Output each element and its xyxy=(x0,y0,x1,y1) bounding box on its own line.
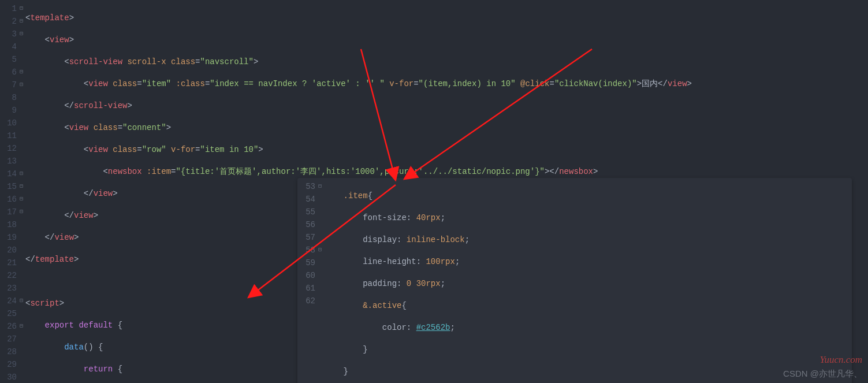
line-number: 54 xyxy=(297,193,324,206)
line-number: 14⊟ xyxy=(0,168,25,180)
code-line: <view> xyxy=(25,34,868,46)
code-line: <template> xyxy=(25,12,868,24)
code-line: </scroll-view> xyxy=(25,99,868,112)
line-gutter: 1⊟2⊟3⊟456⊟7⊟891011121314⊟15⊟16⊟17⊟181920… xyxy=(0,0,25,383)
code-line: display: inline-block; xyxy=(324,233,852,246)
line-number: 5 xyxy=(0,53,25,66)
line-number: 57 xyxy=(297,231,324,244)
line-number: 16⊟ xyxy=(0,193,25,206)
line-number: 13 xyxy=(0,155,25,168)
line-number: 23 xyxy=(0,282,25,295)
line-number: 12 xyxy=(0,142,25,155)
line-number: 21 xyxy=(0,256,25,269)
line-number: 4 xyxy=(0,40,25,53)
code-line: <newsbox :item="{title:'首页标题',author:'李四… xyxy=(25,165,868,178)
secondary-code-panel[interactable]: 53⊟5455565758⊟59606162 .item{ font-size:… xyxy=(297,178,852,383)
code-line: <view class="item" :class="index == navI… xyxy=(25,77,868,90)
watermark-csdn: CSDN @亦世凡华、 xyxy=(783,369,862,380)
line-number: 7⊟ xyxy=(0,79,25,91)
code-line: <view class="row" v-for="item in 10"> xyxy=(25,143,868,156)
line-number: 10 xyxy=(0,117,25,129)
code-line: } xyxy=(324,343,852,356)
watermark-site: Yuucn.com xyxy=(819,354,862,366)
line-number: 19 xyxy=(0,231,25,244)
code-line: font-size: 40rpx; xyxy=(324,211,852,224)
line-number: 59 xyxy=(297,256,324,269)
line-number: 20 xyxy=(0,244,25,256)
line-number: 56 xyxy=(297,218,324,231)
line-number: 1⊟ xyxy=(0,2,25,15)
line-number: 11 xyxy=(0,129,25,142)
line-number: 3⊟ xyxy=(0,28,25,40)
line-number: 26⊟ xyxy=(0,320,25,333)
code-line: } xyxy=(324,365,852,378)
line-number: 22 xyxy=(0,269,25,282)
line-number: 24⊟ xyxy=(0,295,25,307)
line-number: 9 xyxy=(0,104,25,117)
line-number: 62 xyxy=(297,295,324,307)
line-number: 60 xyxy=(297,269,324,282)
line-number: 30 xyxy=(0,371,25,383)
line-number: 17⊟ xyxy=(0,206,25,218)
code-line: &.active{ xyxy=(324,299,852,312)
line-number: 28 xyxy=(0,345,25,358)
line-number: 18 xyxy=(0,218,25,231)
panel-code-area[interactable]: .item{ font-size: 40rpx; display: inline… xyxy=(324,178,852,383)
code-line: <view class="connent"> xyxy=(25,121,868,134)
code-line: .item{ xyxy=(324,189,852,202)
code-line: <scroll-view scroll-x class="navscroll"> xyxy=(25,55,868,68)
line-number: 6⊟ xyxy=(0,66,25,79)
line-number: 61 xyxy=(297,282,324,295)
line-number: 55 xyxy=(297,206,324,218)
line-number: 25 xyxy=(0,307,25,320)
line-number: 15⊟ xyxy=(0,180,25,193)
line-number: 29 xyxy=(0,358,25,371)
line-number: 58⊟ xyxy=(297,244,324,256)
code-line: padding: 0 30rpx; xyxy=(324,277,852,290)
code-line: color: #c2562b; xyxy=(324,321,852,334)
line-number: 53⊟ xyxy=(297,180,324,193)
code-line: line-height: 100rpx; xyxy=(324,255,852,268)
line-number: 8 xyxy=(0,91,25,104)
line-number: 2⊟ xyxy=(0,15,25,28)
panel-line-gutter: 53⊟5455565758⊟59606162 xyxy=(297,178,324,383)
line-number: 27 xyxy=(0,333,25,345)
